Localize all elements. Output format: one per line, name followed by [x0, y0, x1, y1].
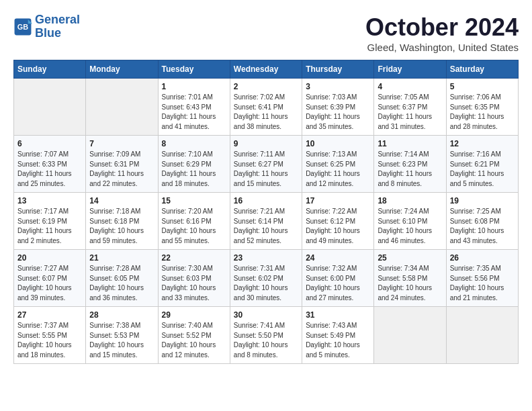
calendar-cell: 12Sunrise: 7:16 AMSunset: 6:21 PMDayligh…: [446, 136, 518, 193]
logo: GB GeneralBlue: [13, 13, 80, 40]
day-detail: Sunrise: 7:27 AMSunset: 6:07 PMDaylight:…: [17, 264, 82, 303]
logo-text: GeneralBlue: [35, 13, 80, 40]
day-number: 3: [306, 82, 370, 91]
day-detail: Sunrise: 7:30 AMSunset: 6:03 PMDaylight:…: [162, 264, 226, 303]
day-number: 22: [162, 253, 226, 263]
calendar-cell: 31Sunrise: 7:43 AMSunset: 5:49 PMDayligh…: [302, 307, 374, 364]
day-number: 15: [162, 196, 226, 205]
calendar-week-3: 13Sunrise: 7:17 AMSunset: 6:19 PMDayligh…: [14, 193, 519, 250]
day-number: 31: [306, 310, 370, 320]
day-detail: Sunrise: 7:43 AMSunset: 5:49 PMDaylight:…: [306, 321, 370, 360]
calendar-cell: 24Sunrise: 7:32 AMSunset: 6:00 PMDayligh…: [302, 250, 374, 307]
calendar-cell: 19Sunrise: 7:25 AMSunset: 6:08 PMDayligh…: [446, 193, 518, 250]
calendar-cell: 16Sunrise: 7:21 AMSunset: 6:14 PMDayligh…: [230, 193, 302, 250]
day-number: 12: [450, 139, 515, 148]
day-detail: Sunrise: 7:38 AMSunset: 5:53 PMDaylight:…: [89, 321, 154, 360]
calendar-cell: 22Sunrise: 7:30 AMSunset: 6:03 PMDayligh…: [158, 250, 230, 307]
day-detail: Sunrise: 7:35 AMSunset: 5:56 PMDaylight:…: [450, 264, 515, 303]
day-detail: Sunrise: 7:13 AMSunset: 6:25 PMDaylight:…: [306, 150, 370, 189]
day-number: 26: [450, 253, 515, 263]
calendar-cell: 7Sunrise: 7:09 AMSunset: 6:31 PMDaylight…: [86, 136, 158, 193]
day-detail: Sunrise: 7:25 AMSunset: 6:08 PMDaylight:…: [450, 207, 515, 246]
calendar-cell: 17Sunrise: 7:22 AMSunset: 6:12 PMDayligh…: [302, 193, 374, 250]
day-number: 13: [17, 196, 82, 205]
calendar-body: 1Sunrise: 7:01 AMSunset: 6:43 PMDaylight…: [14, 79, 519, 364]
day-detail: Sunrise: 7:21 AMSunset: 6:14 PMDaylight:…: [234, 207, 298, 246]
day-detail: Sunrise: 7:17 AMSunset: 6:19 PMDaylight:…: [17, 207, 82, 246]
day-detail: Sunrise: 7:01 AMSunset: 6:43 PMDaylight:…: [162, 93, 226, 132]
calendar-cell: 4Sunrise: 7:05 AMSunset: 6:37 PMDaylight…: [374, 79, 446, 136]
calendar-cell: 8Sunrise: 7:10 AMSunset: 6:29 PMDaylight…: [158, 136, 230, 193]
day-number: 28: [89, 310, 154, 320]
calendar-cell: 28Sunrise: 7:38 AMSunset: 5:53 PMDayligh…: [86, 307, 158, 364]
day-number: 29: [162, 310, 226, 320]
day-number: 11: [378, 139, 442, 148]
weekday-row: Sunday Monday Tuesday Wednesday Thursday…: [14, 60, 519, 79]
calendar-cell: 15Sunrise: 7:20 AMSunset: 6:16 PMDayligh…: [158, 193, 230, 250]
day-number: 8: [162, 139, 226, 148]
calendar-cell: 9Sunrise: 7:11 AMSunset: 6:27 PMDaylight…: [230, 136, 302, 193]
day-number: 14: [89, 196, 154, 205]
header-saturday: Saturday: [446, 60, 518, 79]
day-number: 7: [89, 139, 154, 148]
calendar-cell: 27Sunrise: 7:37 AMSunset: 5:55 PMDayligh…: [14, 307, 86, 364]
calendar-cell: [446, 307, 518, 364]
calendar-cell: 14Sunrise: 7:18 AMSunset: 6:18 PMDayligh…: [86, 193, 158, 250]
calendar-cell: 13Sunrise: 7:17 AMSunset: 6:19 PMDayligh…: [14, 193, 86, 250]
calendar-cell: 5Sunrise: 7:06 AMSunset: 6:35 PMDaylight…: [446, 79, 518, 136]
logo-icon: GB: [13, 17, 32, 36]
day-number: 30: [234, 310, 298, 320]
day-detail: Sunrise: 7:07 AMSunset: 6:33 PMDaylight:…: [17, 150, 82, 189]
svg-text:GB: GB: [17, 23, 28, 31]
day-detail: Sunrise: 7:05 AMSunset: 6:37 PMDaylight:…: [378, 93, 442, 132]
calendar-cell: 2Sunrise: 7:02 AMSunset: 6:41 PMDaylight…: [230, 79, 302, 136]
calendar-cell: 1Sunrise: 7:01 AMSunset: 6:43 PMDaylight…: [158, 79, 230, 136]
day-detail: Sunrise: 7:09 AMSunset: 6:31 PMDaylight:…: [89, 150, 154, 189]
day-detail: Sunrise: 7:11 AMSunset: 6:27 PMDaylight:…: [234, 150, 298, 189]
day-detail: Sunrise: 7:02 AMSunset: 6:41 PMDaylight:…: [234, 93, 298, 132]
day-number: 9: [234, 139, 298, 148]
calendar-cell: 23Sunrise: 7:31 AMSunset: 6:02 PMDayligh…: [230, 250, 302, 307]
calendar-table: Sunday Monday Tuesday Wednesday Thursday…: [13, 60, 519, 364]
day-detail: Sunrise: 7:22 AMSunset: 6:12 PMDaylight:…: [306, 207, 370, 246]
calendar-week-1: 1Sunrise: 7:01 AMSunset: 6:43 PMDaylight…: [14, 79, 519, 136]
location-title: Gleed, Washington, United States: [365, 42, 519, 53]
day-detail: Sunrise: 7:20 AMSunset: 6:16 PMDaylight:…: [162, 207, 226, 246]
day-detail: Sunrise: 7:03 AMSunset: 6:39 PMDaylight:…: [306, 93, 370, 132]
header-tuesday: Tuesday: [158, 60, 230, 79]
day-number: 24: [306, 253, 370, 263]
calendar-cell: 11Sunrise: 7:14 AMSunset: 6:23 PMDayligh…: [374, 136, 446, 193]
page-header: GB GeneralBlue October 2024 Gleed, Washi…: [13, 13, 519, 53]
day-detail: Sunrise: 7:41 AMSunset: 5:50 PMDaylight:…: [234, 321, 298, 360]
day-detail: Sunrise: 7:28 AMSunset: 6:05 PMDaylight:…: [89, 264, 154, 303]
title-section: October 2024 Gleed, Washington, United S…: [365, 13, 519, 53]
calendar-header: Sunday Monday Tuesday Wednesday Thursday…: [14, 60, 519, 79]
day-detail: Sunrise: 7:06 AMSunset: 6:35 PMDaylight:…: [450, 93, 515, 132]
header-sunday: Sunday: [14, 60, 86, 79]
calendar-cell: 21Sunrise: 7:28 AMSunset: 6:05 PMDayligh…: [86, 250, 158, 307]
day-detail: Sunrise: 7:24 AMSunset: 6:10 PMDaylight:…: [378, 207, 442, 246]
day-number: 2: [234, 82, 298, 91]
day-number: 23: [234, 253, 298, 263]
day-number: 25: [378, 253, 442, 263]
header-friday: Friday: [374, 60, 446, 79]
day-detail: Sunrise: 7:31 AMSunset: 6:02 PMDaylight:…: [234, 264, 298, 303]
day-number: 5: [450, 82, 515, 91]
day-detail: Sunrise: 7:10 AMSunset: 6:29 PMDaylight:…: [162, 150, 226, 189]
day-number: 16: [234, 196, 298, 205]
day-number: 17: [306, 196, 370, 205]
calendar-cell: [14, 79, 86, 136]
day-number: 18: [378, 196, 442, 205]
day-number: 6: [17, 139, 82, 148]
calendar-cell: [86, 79, 158, 136]
day-number: 19: [450, 196, 515, 205]
calendar-cell: 6Sunrise: 7:07 AMSunset: 6:33 PMDaylight…: [14, 136, 86, 193]
day-number: 1: [162, 82, 226, 91]
calendar-cell: 10Sunrise: 7:13 AMSunset: 6:25 PMDayligh…: [302, 136, 374, 193]
calendar-week-5: 27Sunrise: 7:37 AMSunset: 5:55 PMDayligh…: [14, 307, 519, 364]
calendar-cell: 29Sunrise: 7:40 AMSunset: 5:52 PMDayligh…: [158, 307, 230, 364]
calendar-cell: 26Sunrise: 7:35 AMSunset: 5:56 PMDayligh…: [446, 250, 518, 307]
day-detail: Sunrise: 7:34 AMSunset: 5:58 PMDaylight:…: [378, 264, 442, 303]
day-number: 4: [378, 82, 442, 91]
calendar-cell: 18Sunrise: 7:24 AMSunset: 6:10 PMDayligh…: [374, 193, 446, 250]
